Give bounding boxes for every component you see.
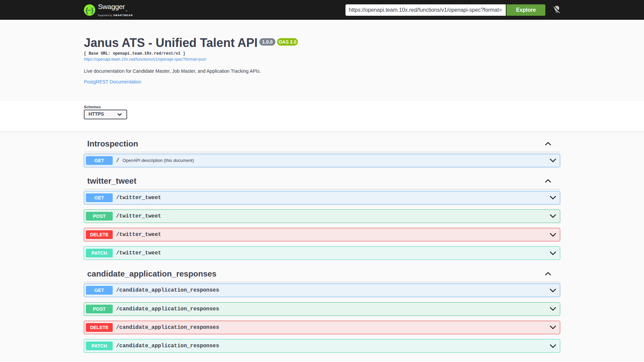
svg-text:{: { (86, 6, 88, 14)
svg-text:}: } (91, 6, 94, 14)
